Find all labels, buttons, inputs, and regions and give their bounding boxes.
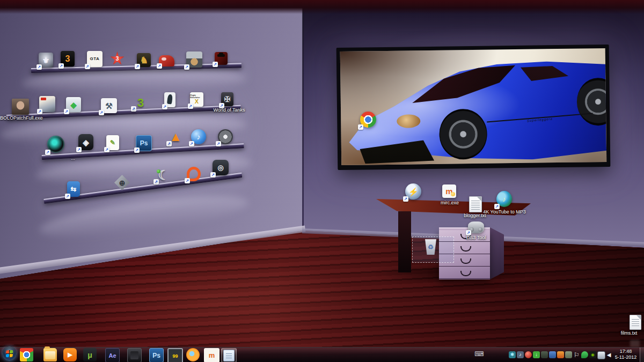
icon-world-of-tanks[interactable]: ✠↗ <box>221 92 233 106</box>
taskbar-mirc-running[interactable]: m <box>204 348 219 362</box>
shortcut-arrow-icon: ↗ <box>65 194 70 199</box>
taskbar-after-effects-icon[interactable]: Ae <box>105 348 120 362</box>
icon-crest-game[interactable]: ⚜↗ <box>39 53 53 68</box>
icon-photoshop[interactable]: Ps↗ <box>136 135 152 151</box>
shortcut-arrow-icon: ↗ <box>135 64 140 69</box>
taskbar-utorrent-icon[interactable]: µ <box>83 348 97 361</box>
shortcut-arrow-icon: ↗ <box>131 106 136 112</box>
floor-sheen <box>64 257 365 343</box>
shortcut-arrow-icon: ↗ <box>162 104 167 109</box>
icon-image-editor[interactable]: ✎↗ <box>106 135 119 150</box>
sims-plumbob-glyph: ◆ <box>70 101 77 109</box>
nvidia-eye-glyph: ◉ <box>591 353 595 357</box>
pencil-glyph: ✎ <box>110 139 115 146</box>
icon-daemon-crescent[interactable]: ☾↗ <box>156 168 172 182</box>
label-world-of-tanks: World of Tanks <box>211 107 247 113</box>
shortcut-arrow-icon: ↗ <box>213 62 218 67</box>
shortcut-arrow-icon: ↗ <box>37 109 42 114</box>
youtube-note-glyph: ♪ <box>502 196 506 203</box>
tray-red-ball-icon[interactable] <box>525 351 532 358</box>
icon-ds3-tool[interactable]: ↗ <box>468 221 484 233</box>
icon-mafia-game[interactable]: ↗ <box>215 52 228 65</box>
cube-glyph: ◈ <box>83 138 89 146</box>
icon-black3-game[interactable]: 3↗ <box>61 51 75 67</box>
show-desktop-button[interactable] <box>640 348 644 362</box>
taskbar-notepad-running[interactable] <box>221 348 237 362</box>
films-floor-reflection <box>630 340 640 347</box>
volume-glyph: ◀ <box>607 352 611 358</box>
icon-3d-cube-app[interactable]: ◈↗ <box>78 134 93 150</box>
crest-glyph: ⚜ <box>42 56 49 64</box>
icon-film-reel[interactable]: ↗ <box>218 129 233 144</box>
notepad-icon <box>223 350 235 361</box>
taskbar: ▶ µ Ae Ps 99 m ⌨ ✱ ♪ ↓ ⚐ ◉ ◀ 17:48 5-11-… <box>0 347 644 362</box>
icon-4k-youtube-mp3[interactable]: ♪↗ <box>496 191 512 207</box>
icon-flight-simulator[interactable]: Flight SimulatorX↗ <box>190 92 203 107</box>
shortcut-arrow-icon: ↗ <box>216 141 221 146</box>
icon-films-txt[interactable] <box>630 315 641 330</box>
icon-action-game[interactable]: ↗ <box>39 96 55 112</box>
itunes-note-glyph: ♪ <box>197 133 201 141</box>
icon-itunes[interactable]: ♪↗ <box>191 129 206 144</box>
taskbar-fraps-icon[interactable]: 99 <box>167 348 183 362</box>
tray-sync-box-icon[interactable] <box>565 351 572 358</box>
icon-knight-game[interactable]: ♞↗ <box>137 53 151 67</box>
shortcut-arrow-icon: ↗ <box>134 147 140 153</box>
taskbar-clock[interactable]: 17:48 5-11-2012 <box>612 349 640 360</box>
tray-nvidia-icon[interactable]: ◉ <box>589 351 596 358</box>
shortcut-arrow-icon: ↗ <box>185 178 190 183</box>
tray-blue-folder-icon[interactable] <box>549 351 556 358</box>
taskbar-media-player-icon[interactable]: ▶ <box>63 348 77 361</box>
lightning-glyph: ⚡ <box>408 188 419 196</box>
taskbar-explorer-icon[interactable] <box>43 348 57 361</box>
audio-note-glyph: ♪ <box>519 352 522 357</box>
fsx-x-glyph: X <box>195 99 199 105</box>
shortcut-arrow-icon: ↗ <box>184 64 189 70</box>
tray-image-viewer-icon[interactable] <box>557 351 564 358</box>
wot-eagle-glyph: ✠ <box>224 95 231 103</box>
icon-steam[interactable]: ◎↗ <box>213 160 229 175</box>
icon-soldier-game[interactable]: ↗ <box>186 51 202 68</box>
black3-glyph: 3 <box>65 55 70 63</box>
shortcut-arrow-icon: ↗ <box>36 64 42 70</box>
icon-daemon-tools[interactable]: ⚡↗ <box>405 183 421 200</box>
taskbar-chrome-icon[interactable] <box>20 348 33 361</box>
icon-bf-tools[interactable]: ⚒↗ <box>101 98 117 113</box>
icon-blogger-txt[interactable] <box>469 196 482 212</box>
tray-download-icon[interactable]: ↓ <box>533 351 540 358</box>
start-button[interactable] <box>2 346 17 361</box>
label-mirc: mirc.exe <box>435 200 465 205</box>
tray-messenger-icon[interactable] <box>581 351 588 358</box>
teamviewer-glyph: ⇆ <box>71 186 77 193</box>
windows-desktop: Superleggera ⚜↗ 3↗ GTA↗ 3 ♞↗ ↗ ↗ ↗ BOLOP… <box>0 0 644 362</box>
taskbar-firefox-icon[interactable] <box>186 348 200 361</box>
icon-teamviewer[interactable]: ⇆↗ <box>67 181 80 197</box>
recycle-glyph: ♻ <box>428 244 434 250</box>
icon-counter-strike[interactable]: ↗ <box>164 92 175 107</box>
icon-mirc[interactable]: m <box>442 184 456 198</box>
icon-kart-game[interactable]: ↗ <box>159 55 174 67</box>
tray-audio-icon[interactable]: ♪ <box>517 351 524 358</box>
icon-chrome-shortcut[interactable]: ↗ <box>360 112 376 128</box>
tray-action-center-flag-icon[interactable]: ⚐ <box>573 351 580 358</box>
icon-origin[interactable]: ↗ <box>187 167 201 181</box>
taskbar-console-icon[interactable] <box>127 348 142 362</box>
flag-glyph: ⚐ <box>574 352 580 358</box>
icon-bolo-patch[interactable] <box>12 99 29 115</box>
wallpaper-room-corner <box>302 0 304 232</box>
icon-media-swirl[interactable]: ↗ <box>47 136 64 153</box>
play-glyph: ▶ <box>68 351 72 358</box>
icon-gta-game[interactable]: GTA↗ <box>87 51 103 67</box>
icon-green3-game[interactable]: 3↗ <box>133 97 148 109</box>
taskbar-photoshop-icon[interactable]: Ps <box>149 348 164 362</box>
redstar-glyph: 3 <box>116 56 119 62</box>
tray-green-box-icon[interactable] <box>541 351 548 358</box>
tray-network-icon[interactable] <box>597 351 605 359</box>
icon-sims[interactable]: ◆↗ <box>66 97 81 112</box>
language-keyboard-icon[interactable]: ⌨ <box>474 351 484 357</box>
globe-glyph: ⊕ <box>119 179 126 187</box>
snowflake-glyph: ✱ <box>510 352 515 357</box>
tray-snowflake-icon[interactable]: ✱ <box>509 351 516 358</box>
icon-vlc[interactable]: ▲↗ <box>169 129 183 144</box>
shortcut-arrow-icon: ↗ <box>157 63 162 69</box>
